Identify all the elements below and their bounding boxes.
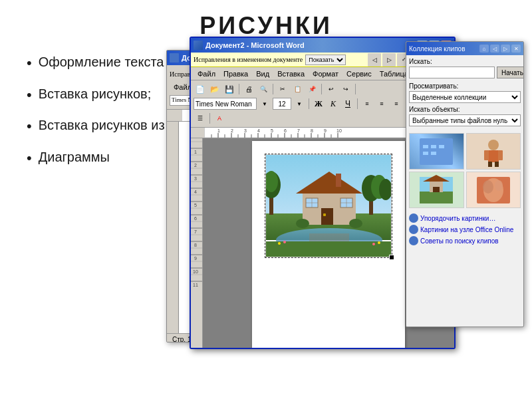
- svg-text:11: 11: [193, 283, 198, 287]
- sep8: [209, 113, 210, 124]
- svg-text:1: 1: [194, 150, 197, 154]
- clip-link-text-3: Советы по поиску клипов: [420, 237, 499, 245]
- underline-btn-front[interactable]: Ч: [341, 97, 354, 110]
- svg-point-114: [495, 180, 503, 191]
- svg-text:6: 6: [194, 216, 197, 221]
- menu-view-front[interactable]: Вид: [252, 68, 273, 79]
- clip-search-input[interactable]: [409, 66, 495, 78]
- clip-browse-select[interactable]: Выделенные коллекции: [409, 91, 521, 103]
- notification-text: Исправления в измененном документе: [194, 56, 303, 63]
- clip-search-label: Искать:: [409, 58, 521, 65]
- paste-btn[interactable]: 📌: [305, 82, 319, 96]
- svg-text:4: 4: [194, 190, 197, 194]
- svg-rect-102: [484, 150, 489, 160]
- clip-search-btn[interactable]: Начать: [497, 66, 524, 78]
- clip-type-select[interactable]: Выбранные типы файлов нуль: [409, 114, 521, 126]
- svg-point-91: [283, 241, 286, 243]
- clip-panel-title: Коллекция клипов: [409, 45, 465, 53]
- clip-home-btn[interactable]: ⌂: [479, 45, 489, 53]
- font-color-btn[interactable]: A: [213, 112, 226, 125]
- clip-art-panel[interactable]: Коллекция клипов ⌂ ◁ ▷ ✕ Искать: Начать …: [406, 41, 524, 327]
- page-front: [252, 141, 405, 349]
- svg-rect-79: [323, 213, 326, 216]
- clip-link-3[interactable]: Советы по поиску клипов: [409, 236, 521, 245]
- clip-title-bar: Коллекция клипов ⌂ ◁ ▷ ✕: [406, 42, 523, 55]
- svg-text:8: 8: [194, 243, 197, 247]
- svg-text:3: 3: [194, 176, 197, 181]
- number-btn[interactable]: ☰: [194, 112, 207, 125]
- menu-insert-front[interactable]: Вставка: [273, 68, 309, 79]
- svg-rect-110: [433, 187, 440, 192]
- svg-text:8: 8: [311, 128, 313, 133]
- svg-rect-99: [431, 152, 436, 155]
- align-center-btn[interactable]: ≡: [375, 97, 388, 110]
- clip-thumb-3[interactable]: [409, 172, 464, 208]
- svg-point-100: [488, 140, 499, 150]
- clip-links: Упорядочить картинки… Картинки на узле O…: [409, 213, 521, 245]
- open-btn[interactable]: 📂: [208, 82, 221, 96]
- notif-btn-2[interactable]: ▷: [382, 53, 396, 66]
- clip-link-icon-3: [409, 236, 418, 245]
- svg-text:10: 10: [336, 128, 342, 133]
- svg-text:3: 3: [244, 128, 247, 133]
- menu-file-front[interactable]: Файл: [194, 68, 219, 79]
- svg-point-86: [296, 219, 309, 228]
- svg-text:1: 1: [217, 128, 220, 133]
- svg-rect-77: [336, 174, 341, 187]
- word-icon-front: [194, 41, 203, 50]
- svg-point-87: [349, 219, 362, 228]
- copy-btn[interactable]: 📋: [291, 82, 304, 96]
- clip-link-icon-1: [409, 213, 418, 223]
- italic-btn-front[interactable]: К: [327, 97, 340, 110]
- bold-btn-front[interactable]: Ж: [312, 97, 325, 110]
- bullet-text-4: Диаграммы: [39, 148, 110, 166]
- new-btn[interactable]: 📄: [194, 82, 207, 96]
- font-size-input[interactable]: [273, 98, 291, 110]
- font-name-arrow[interactable]: ▼: [258, 97, 271, 110]
- clip-thumb-4[interactable]: [466, 172, 521, 208]
- svg-rect-104: [488, 162, 492, 167]
- notification-select[interactable]: Показать: [305, 55, 346, 65]
- clip-thumb-2[interactable]: [466, 133, 521, 170]
- clip-thumb-1[interactable]: [409, 133, 464, 170]
- svg-text:2: 2: [194, 163, 197, 168]
- clip-link-icon-2: [409, 225, 418, 234]
- clip-close-btn[interactable]: ✕: [511, 45, 521, 53]
- sep6: [357, 98, 358, 109]
- save-btn[interactable]: 💾: [223, 82, 236, 96]
- svg-point-113: [483, 180, 493, 194]
- menu-edit-front[interactable]: Правка: [219, 68, 252, 79]
- print-btn[interactable]: 🖨: [242, 82, 255, 96]
- font-name-input[interactable]: [194, 98, 257, 110]
- sep1: [239, 84, 239, 94]
- svg-text:9: 9: [324, 128, 327, 133]
- preview-btn[interactable]: 🔍: [257, 82, 270, 96]
- svg-text:4: 4: [257, 128, 260, 133]
- align-left-btn[interactable]: ≡: [360, 97, 374, 110]
- clip-link-1[interactable]: Упорядочить картинки…: [409, 213, 521, 223]
- svg-text:9: 9: [194, 256, 197, 261]
- clip-panel-content: Искать: Начать Просматривать: Выделенные…: [406, 55, 523, 250]
- sep5: [309, 98, 309, 109]
- clip-browse-label: Просматривать:: [409, 82, 521, 90]
- clip-back-btn[interactable]: ◁: [490, 45, 499, 53]
- svg-rect-103: [498, 150, 503, 160]
- cut-btn[interactable]: ✂: [276, 82, 289, 96]
- house-image: [265, 154, 392, 257]
- svg-text:5: 5: [271, 128, 273, 133]
- redo-btn[interactable]: ↪: [339, 82, 352, 96]
- align-right-btn[interactable]: ≡: [390, 97, 403, 110]
- undo-btn[interactable]: ↩: [325, 82, 338, 96]
- clip-type-label: Искать объекты:: [409, 106, 521, 113]
- svg-rect-78: [321, 208, 333, 225]
- bullet-text-2: Вставка рисунков;: [39, 85, 152, 102]
- menu-format-front[interactable]: Формат: [309, 68, 342, 79]
- svg-text:6: 6: [284, 128, 287, 133]
- notif-btn-1[interactable]: ◁: [368, 53, 381, 66]
- clip-link-text-1: Упорядочить картинки…: [420, 215, 495, 222]
- font-size-arrow[interactable]: ▼: [293, 97, 306, 110]
- clip-fwd-btn[interactable]: ▷: [501, 45, 510, 53]
- clip-link-2[interactable]: Картинки на узле Office Online: [409, 225, 521, 234]
- menu-tools-front[interactable]: Сервис: [342, 68, 376, 79]
- svg-text:7: 7: [194, 229, 197, 234]
